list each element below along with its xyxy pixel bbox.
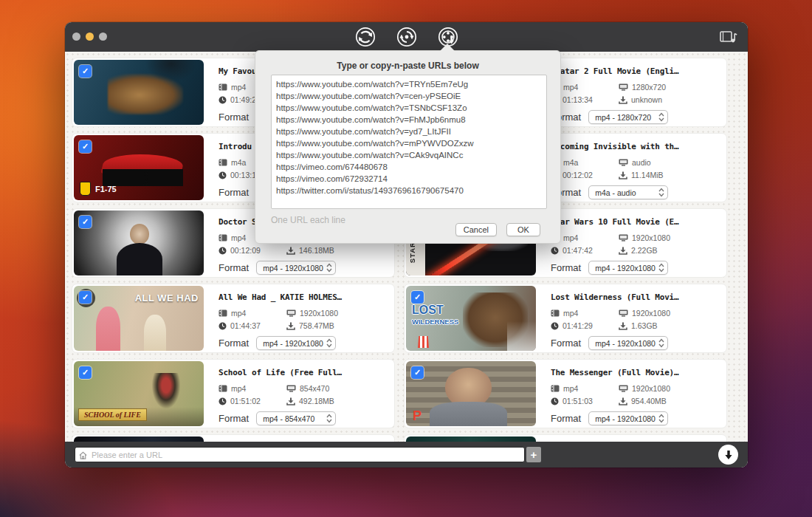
video-meta: Lost Wilderness (Full Movi… mp4 1920x108… <box>537 284 726 352</box>
thumbnail-text: F1-75 <box>80 182 117 196</box>
minimize-window-button[interactable] <box>86 32 94 41</box>
video-thumbnail[interactable]: ✓ <box>74 436 204 442</box>
video-format: mp4 <box>219 384 286 393</box>
video-title: Becoming Invisible with th… <box>551 142 720 151</box>
video-thumbnail[interactable]: ✓ LOST WILDERNESS <box>406 286 536 351</box>
dialog-buttons: Cancel OK <box>455 223 540 236</box>
format-dropdown[interactable]: mp4 - 1920x1080 <box>588 336 668 350</box>
video-title: Lost Wilderness (Full Movi… <box>551 292 720 302</box>
format-dropdown[interactable]: mp4 - 1920x1080 <box>588 261 668 275</box>
video-info: mp4 1280x720 01:13:34 unknown <box>551 83 720 104</box>
video-card: ✓ <box>72 434 395 442</box>
video-info: mp4 1920x1080 01:51:03 954.40MB <box>551 384 720 405</box>
url-input[interactable] <box>75 447 525 462</box>
checkbox-checked-icon[interactable]: ✓ <box>79 65 92 78</box>
thumbnail-art <box>144 315 166 351</box>
format-dropdown[interactable]: m4a - audio <box>588 185 668 199</box>
format-row: Format mp4 - 1920x1080 <box>219 336 336 350</box>
video-resolution: 1920x1080 <box>619 384 720 393</box>
video-resolution: 854x470 <box>286 384 388 393</box>
thumbnail-art <box>430 402 508 426</box>
close-window-button[interactable] <box>72 32 80 41</box>
video-resolution: 1280x720 <box>619 83 720 92</box>
checkbox-checked-icon[interactable]: ✓ <box>411 366 424 379</box>
thumbnail-text-secondary: WILDERNESS <box>412 318 458 326</box>
video-card: ✓ ALL WE HAD All We Had _ KATIE HOLMES… … <box>72 284 395 353</box>
thumbnail-text: LOST <box>412 304 444 317</box>
thumbnail-text: ALL WE HAD <box>135 292 199 304</box>
video-title: School of Life (Free Full… <box>219 368 388 377</box>
format-dropdown[interactable]: mp4 - 1280x720 <box>588 110 668 124</box>
video-meta: The Messenger (Full Movie)… mp4 1920x108… <box>537 360 726 428</box>
urls-textarea[interactable] <box>271 75 547 209</box>
video-thumbnail[interactable]: ✓ ALL WE HAD <box>74 286 204 351</box>
format-label: Format <box>551 413 581 424</box>
video-meta: School of Life (Free Full… mp4 854x470 0… <box>205 360 394 428</box>
video-size: 146.18MB <box>286 246 388 255</box>
home-icon <box>78 450 88 463</box>
traffic-lights <box>72 32 107 41</box>
video-size: unknown <box>619 95 720 104</box>
video-meta: Star Wars 10 Full Movie (E… mp4 1920x108… <box>537 209 726 277</box>
checkbox-checked-icon[interactable]: ✓ <box>79 291 92 304</box>
video-thumbnail[interactable]: ✓ SCHOOL of LIFE <box>74 361 204 426</box>
media-library-icon[interactable] <box>720 30 737 44</box>
stepper-icon <box>658 188 664 197</box>
video-thumbnail[interactable]: ✓ P <box>406 361 536 426</box>
video-info: m4a audio 00:12:02 11.14MiB <box>551 158 720 179</box>
format-dropdown[interactable]: mp4 - 1920x1080 <box>256 336 336 350</box>
checkbox-checked-icon[interactable]: ✓ <box>79 140 92 153</box>
video-resolution: audio <box>619 158 720 167</box>
checkbox-checked-icon[interactable]: ✓ <box>79 366 92 379</box>
video-size: 758.47MB <box>286 321 388 330</box>
checkbox-checked-icon[interactable]: ✓ <box>411 291 424 304</box>
video-resolution: 1920x1080 <box>286 309 388 318</box>
video-duration: 01:51:02 <box>219 397 286 405</box>
video-thumbnail[interactable]: ✓ <box>74 60 204 125</box>
format-row: Format mp4 - 1920x1080 <box>551 411 668 425</box>
download-button[interactable] <box>718 445 738 465</box>
video-duration: 01:44:37 <box>219 321 286 330</box>
paste-urls-dialog: Type or copy-n-paste URLs below One URL … <box>255 50 561 244</box>
video-format: mp4 <box>551 309 619 318</box>
video-thumbnail[interactable]: ✓ <box>74 210 204 275</box>
video-title: Avatar 2 Full Movie (Engli… <box>551 66 720 76</box>
desktop-background: ✓ My Favou mp4 01:49:25 <box>0 0 812 517</box>
video-card: ✓ P The Messenger (Full Movie)… mp4 1920… <box>404 359 727 428</box>
video-info: mp4 1920x1080 01:44:37 758.47MB <box>219 309 388 330</box>
video-size: 492.18MB <box>286 397 388 405</box>
video-resolution: 1920x1080 <box>619 233 720 242</box>
video-info: mp4 1920x1080 01:47:42 2.22GB <box>551 233 720 255</box>
format-label: Format <box>551 262 581 273</box>
format-label: Format <box>219 112 249 123</box>
format-row: Format mp4 - 1280x720 <box>551 110 668 124</box>
video-thumbnail[interactable]: ✓ <box>406 436 536 442</box>
zoom-window-button[interactable] <box>99 32 107 41</box>
video-duration: 00:12:09 <box>219 246 286 255</box>
ok-button[interactable]: OK <box>506 223 540 236</box>
video-size: 2.22GB <box>619 246 720 255</box>
video-title: The Messenger (Full Movie)… <box>551 368 720 377</box>
video-thumbnail[interactable]: ✓ F1-75 <box>74 135 204 200</box>
thumbnail-art <box>117 243 162 275</box>
format-dropdown[interactable]: mp4 - 1920x1080 <box>588 411 668 425</box>
add-url-button[interactable]: + <box>526 447 541 462</box>
video-card: ✓ <box>404 434 727 442</box>
bottom-bar: + <box>65 442 748 468</box>
format-dropdown[interactable]: mp4 - 1920x1080 <box>256 261 336 275</box>
thumbnail-text: P <box>413 408 422 424</box>
dialog-hint: One URL each line <box>271 215 345 225</box>
checkbox-checked-icon[interactable]: ✓ <box>79 216 92 228</box>
format-dropdown[interactable]: mp4 - 854x470 <box>256 411 336 425</box>
format-row: Format mp4 - 1920x1080 <box>551 261 668 275</box>
format-label: Format <box>551 338 581 349</box>
sync-icon[interactable] <box>354 26 376 48</box>
stepper-icon <box>326 263 332 273</box>
stepper-icon <box>658 112 664 122</box>
video-meta: Becoming Invisible with th… m4a audio 00… <box>537 134 726 202</box>
video-title: Star Wars 10 Full Movie (E… <box>551 217 720 227</box>
video-meta: All We Had _ KATIE HOLMES… mp4 1920x1080… <box>205 284 394 352</box>
video-size: 954.40MB <box>619 397 720 405</box>
cancel-button[interactable]: Cancel <box>455 223 497 236</box>
convert-icon[interactable] <box>396 26 418 48</box>
